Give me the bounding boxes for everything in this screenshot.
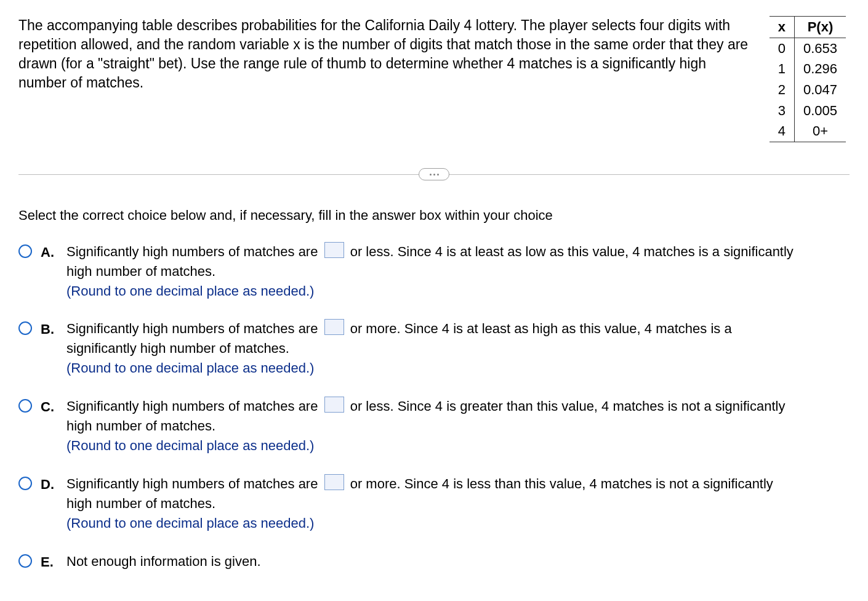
table-cell-x: 0 bbox=[770, 38, 795, 58]
table-row: 3 0.005 bbox=[770, 100, 846, 121]
choice-label-D: D. bbox=[38, 474, 60, 494]
choice-text-pre: Significantly high numbers of matches ar… bbox=[66, 244, 322, 259]
table-header-px: P(x) bbox=[794, 17, 846, 38]
table-row: 4 0+ bbox=[770, 121, 846, 142]
choice-label-E: E. bbox=[38, 552, 60, 571]
choice-E: E. Not enough information is given. bbox=[18, 552, 850, 571]
table-cell-px: 0.653 bbox=[794, 38, 846, 58]
choice-label-A: A. bbox=[38, 242, 60, 262]
choice-body-B: Significantly high numbers of matches ar… bbox=[66, 319, 799, 378]
table-cell-px: 0+ bbox=[794, 121, 846, 142]
choice-B: B. Significantly high numbers of matches… bbox=[18, 319, 850, 378]
choice-text-pre: Significantly high numbers of matches ar… bbox=[66, 476, 322, 491]
answer-instruction: Select the correct choice below and, if … bbox=[18, 206, 850, 225]
table-cell-x: 3 bbox=[770, 100, 795, 121]
choice-body-A: Significantly high numbers of matches ar… bbox=[66, 242, 799, 301]
radio-B[interactable] bbox=[18, 321, 32, 335]
table-header-row: x P(x) bbox=[770, 17, 846, 38]
table-row: 1 0.296 bbox=[770, 58, 846, 79]
radio-A[interactable] bbox=[18, 244, 32, 258]
choice-A: A. Significantly high numbers of matches… bbox=[18, 242, 850, 301]
choice-text-pre: Significantly high numbers of matches ar… bbox=[66, 398, 322, 414]
expand-toggle-button[interactable] bbox=[419, 168, 449, 180]
question-container: The accompanying table describes probabi… bbox=[0, 0, 868, 595]
table-cell-x: 4 bbox=[770, 121, 795, 142]
choice-label-C: C. bbox=[38, 397, 60, 416]
answer-input-A[interactable] bbox=[324, 242, 344, 258]
table-cell-px: 0.296 bbox=[794, 58, 846, 79]
radio-E[interactable] bbox=[18, 554, 32, 568]
choice-body-D: Significantly high numbers of matches ar… bbox=[66, 474, 799, 533]
choice-body-C: Significantly high numbers of matches ar… bbox=[66, 397, 799, 456]
choice-text-pre: Not enough information is given. bbox=[66, 554, 261, 569]
question-prompt: The accompanying table describes probabi… bbox=[18, 16, 757, 92]
table-cell-px: 0.047 bbox=[794, 79, 846, 100]
answer-input-C[interactable] bbox=[324, 397, 344, 413]
choice-C: C. Significantly high numbers of matches… bbox=[18, 397, 850, 456]
table-cell-x: 2 bbox=[770, 79, 795, 100]
rounding-hint: (Round to one decimal place as needed.) bbox=[66, 360, 314, 376]
dot-icon bbox=[430, 174, 432, 175]
dot-icon bbox=[433, 174, 435, 175]
table-row: 2 0.047 bbox=[770, 79, 846, 100]
dot-icon bbox=[437, 174, 439, 175]
answer-input-D[interactable] bbox=[324, 474, 344, 490]
answer-input-B[interactable] bbox=[324, 319, 344, 335]
radio-C[interactable] bbox=[18, 399, 32, 413]
choice-text-pre: Significantly high numbers of matches ar… bbox=[66, 321, 322, 336]
answer-choices: A. Significantly high numbers of matches… bbox=[18, 242, 850, 571]
rounding-hint: (Round to one decimal place as needed.) bbox=[66, 515, 314, 531]
table-row: 0 0.653 bbox=[770, 38, 846, 58]
radio-D[interactable] bbox=[18, 477, 32, 490]
probability-table: x P(x) 0 0.653 1 0.296 2 0.047 3 bbox=[770, 16, 846, 142]
question-top-row: The accompanying table describes probabi… bbox=[18, 16, 850, 142]
table-header-x: x bbox=[770, 17, 795, 38]
choice-D: D. Significantly high numbers of matches… bbox=[18, 474, 850, 533]
rounding-hint: (Round to one decimal place as needed.) bbox=[66, 438, 314, 453]
choice-body-E: Not enough information is given. bbox=[66, 552, 261, 571]
table-cell-px: 0.005 bbox=[794, 100, 846, 121]
table-cell-x: 1 bbox=[770, 58, 795, 79]
rounding-hint: (Round to one decimal place as needed.) bbox=[66, 283, 314, 299]
choice-label-B: B. bbox=[38, 319, 60, 339]
